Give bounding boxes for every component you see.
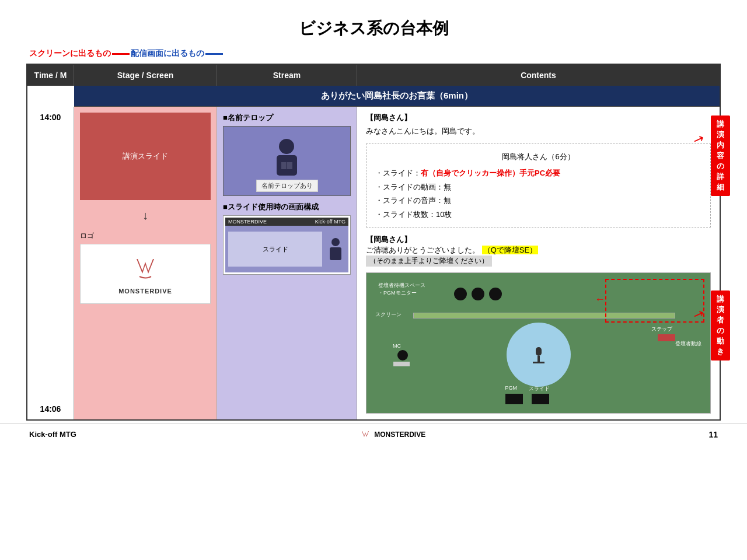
md-company-name: MONSTERDIVE	[118, 288, 172, 295]
page-number: 11	[708, 430, 718, 439]
main-stage-circle	[507, 323, 571, 387]
waiting-circle-2	[472, 288, 484, 300]
telop-image: 名前テロップあり	[223, 126, 351, 196]
mc-stand	[393, 362, 410, 366]
direction-text: （そのまま上手よりご降壇ください）	[366, 256, 711, 267]
stage-column: 講演スライド ↓ ロゴ MONSTERDIVE	[74, 107, 217, 419]
annotation-box-1: 講演内容の詳細	[711, 116, 730, 196]
stage-slide-area: 講演スライド	[80, 113, 211, 200]
column-headers: Time / M Stage / Screen Stream Contents	[27, 65, 720, 86]
slide-layout-content: スライド	[225, 226, 348, 272]
svg-rect-7	[537, 356, 540, 362]
col-header-contents: Contents	[357, 65, 720, 86]
logo-label: ロゴ	[80, 231, 211, 241]
waiting-circle-3	[489, 288, 502, 300]
page-footer: Kick-off MTG MONSTERDIVE 11	[0, 424, 747, 445]
arrow-down-icon: ↓	[80, 206, 211, 225]
red-arrow-map: ←	[595, 293, 605, 306]
silhouette-icon	[271, 136, 303, 180]
svg-point-4	[331, 238, 340, 246]
waiting-circles	[454, 288, 502, 300]
footer-company: MONSTERDIVE	[374, 430, 425, 439]
slide-presenter-silhouette	[325, 236, 345, 262]
col-header-time: Time / M	[27, 65, 74, 86]
farewell-text: ご清聴ありがとうございました。 （Qで降壇SE）	[366, 245, 711, 256]
logo-box: MONSTERDIVE	[80, 244, 211, 304]
entrant-label: 登壇者動線	[675, 340, 701, 348]
detail-title: 岡島将人さん（6分）	[375, 150, 701, 163]
svg-rect-2	[281, 162, 286, 169]
waiting-label: 登壇者待機スペース ・PGMモニター	[378, 282, 425, 296]
col-header-stream: Stream	[217, 65, 357, 86]
pgm-section: PGM スライド	[505, 385, 550, 404]
pgm-rect	[505, 394, 523, 404]
legend-blue-line	[205, 53, 223, 55]
floor-map-inner: ← 登壇者待機スペース ・PGMモニター スクリーン	[372, 279, 704, 407]
speaker-intro-2: 【岡島さん】	[366, 235, 711, 245]
detail-box: 岡島将人さん（6分） ・スライド：有（自身でクリッカー操作）手元PC必要 ・スラ…	[366, 144, 711, 228]
svg-rect-6	[536, 347, 542, 356]
mc-circle	[397, 350, 408, 360]
time-start: 14:00	[30, 113, 71, 122]
slide-layout-box: MONSTERDIVE Kick-off MTG スライド	[223, 215, 351, 275]
red-dashed-area	[605, 279, 704, 323]
slide-layout-label: ■スライド使用時の画面構成	[223, 202, 351, 212]
slide-label-map: スライド	[529, 385, 550, 393]
footer-left: Kick-off MTG	[29, 430, 76, 439]
annotation-box-2: 講演者の動き	[711, 290, 730, 360]
md-logo-icon	[131, 253, 160, 288]
slide-header-left: MONSTERDIVE	[228, 219, 267, 225]
monsterdive-logo: MONSTERDIVE	[89, 253, 201, 295]
detail-item-4: ・スライド枚数：10枚	[375, 208, 701, 221]
pgm-slide-rects	[505, 394, 549, 404]
telop-title: ■名前テロップ	[223, 113, 351, 123]
pgm-slide-labels: PGM スライド	[505, 385, 550, 393]
farewell-highlight: （Qで降壇SE）	[482, 246, 538, 254]
svg-rect-5	[330, 247, 341, 260]
logo-section: ロゴ MONSTERDIVE	[80, 231, 211, 304]
detail-item-2: ・スライドの動画：無	[375, 180, 701, 194]
event-title-row: ありがたい岡島社長のお言葉（6min）	[74, 86, 720, 107]
contents-column: 講演内容の詳細 ↙ 講演者の動き ↙ 【岡島さん】 みなさんこんにちは。岡島です…	[357, 107, 720, 419]
col-header-stage: Stage / Screen	[74, 65, 217, 86]
legend-screen-text: スクリーンに出るもの	[29, 48, 111, 59]
svg-point-0	[279, 139, 294, 154]
main-table: Time / M Stage / Screen Stream Contents …	[26, 64, 721, 421]
slide-header-right: Kick-off MTG	[315, 219, 345, 225]
footer-logo-icon	[359, 429, 371, 440]
detail-item-1: ・スライド：有（自身でクリッカー操作）手元PC必要	[375, 166, 701, 180]
page-title: ビジネス系の台本例	[0, 0, 747, 48]
slide-highlight: 有（自身でクリッカー操作）手元PC必要	[421, 169, 560, 177]
legend-red-line	[112, 53, 130, 55]
slide-main-area: スライド	[228, 232, 322, 267]
pgm-label: PGM	[505, 385, 518, 393]
svg-rect-8	[533, 362, 544, 363]
step-box	[658, 334, 675, 341]
legend-bar: スクリーンに出るもの 配信画面に出るもの	[0, 48, 747, 64]
speaker-intro-1: 【岡島さん】	[366, 113, 711, 123]
floor-map: ← 登壇者待機スペース ・PGMモニター スクリーン	[366, 272, 711, 414]
slide-layout-header: MONSTERDIVE Kick-off MTG	[225, 218, 348, 226]
time-end: 14:06	[30, 404, 71, 414]
telop-name-label: 名前テロップあり	[256, 180, 318, 192]
footer-center: MONSTERDIVE	[359, 429, 425, 440]
stream-column: ■名前テロップ 名前テロップあり ■スライド使用時の画面構成 MONSTERDI…	[217, 107, 357, 419]
mc-label: MC	[393, 343, 401, 349]
svg-rect-3	[287, 162, 292, 169]
farewell-section: 【岡島さん】 ご清聴ありがとうございました。 （Qで降壇SE） （そのまま上手よ…	[366, 235, 711, 267]
time-column: 14:00 14:06	[27, 107, 74, 419]
waiting-circle-1	[454, 288, 467, 300]
step-label: ステップ	[651, 326, 672, 333]
legend-stream-text: 配信画面に出るもの	[131, 48, 204, 59]
screen-label: スクリーン	[375, 311, 402, 318]
content-row: ありがたい岡島社長のお言葉（6min） 14:00 14:06 講演スライド ↓…	[27, 86, 720, 419]
podium-icon	[530, 344, 547, 365]
detail-item-3: ・スライドの音声：無	[375, 194, 701, 207]
slide-rect	[532, 394, 549, 404]
speaker-greeting: みなさんこんにちは。岡島です。	[366, 126, 711, 136]
